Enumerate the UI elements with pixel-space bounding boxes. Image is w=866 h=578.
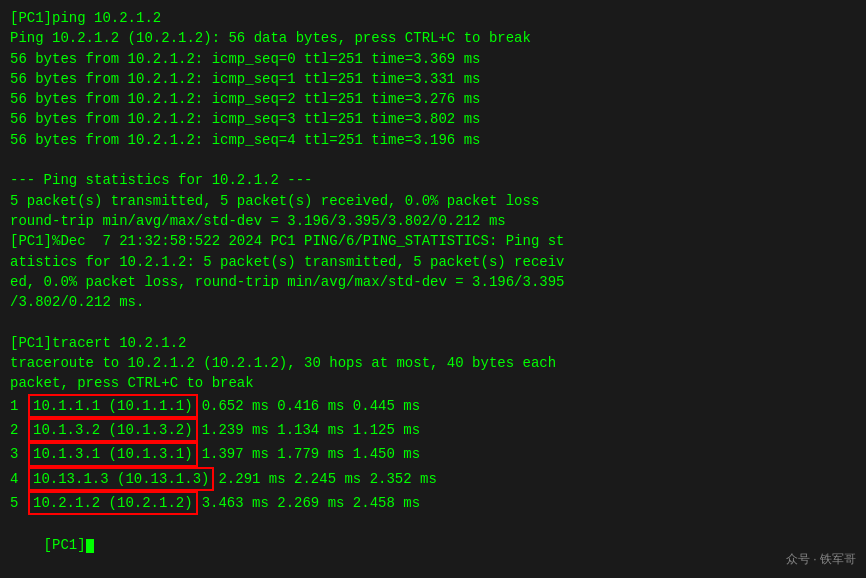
table-row: 510.2.1.2 (10.2.1.2) 3.463 ms 2.269 ms 2… bbox=[10, 491, 856, 515]
line-10: round-trip min/avg/max/std-dev = 3.196/3… bbox=[10, 211, 856, 231]
table-row: 310.1.3.1 (10.1.3.1) 1.397 ms 1.779 ms 1… bbox=[10, 442, 856, 466]
line-8: --- Ping statistics for 10.2.1.2 --- bbox=[10, 170, 856, 190]
line-blank-2 bbox=[10, 312, 856, 332]
watermark: 众号 · 铁军哥 bbox=[786, 551, 856, 568]
row-number: 5 bbox=[10, 493, 28, 513]
table-row: 110.1.1.1 (10.1.1.1) 0.652 ms 0.416 ms 0… bbox=[10, 394, 856, 418]
line-6: 56 bytes from 10.2.1.2: icmp_seq=3 ttl=2… bbox=[10, 109, 856, 129]
row-times: 1.397 ms 1.779 ms 1.450 ms bbox=[202, 444, 420, 464]
terminal: [PC1]ping 10.2.1.2 Ping 10.2.1.2 (10.2.1… bbox=[0, 0, 866, 578]
line-2: Ping 10.2.1.2 (10.2.1.2): 56 data bytes,… bbox=[10, 28, 856, 48]
prompt-text: [PC1] bbox=[44, 537, 86, 553]
line-11: [PC1]%Dec 7 21:32:58:522 2024 PC1 PING/6… bbox=[10, 231, 856, 251]
table-row: 410.13.1.3 (10.13.1.3) 2.291 ms 2.245 ms… bbox=[10, 467, 856, 491]
tracert-table: 110.1.1.1 (10.1.1.1) 0.652 ms 0.416 ms 0… bbox=[10, 394, 856, 515]
row-host: 10.2.1.2 (10.2.1.2) bbox=[28, 491, 198, 515]
terminal-output: [PC1]ping 10.2.1.2 Ping 10.2.1.2 (10.2.1… bbox=[10, 8, 856, 394]
table-row: 210.1.3.2 (10.1.3.2) 1.239 ms 1.134 ms 1… bbox=[10, 418, 856, 442]
row-number: 3 bbox=[10, 444, 28, 464]
row-times: 2.291 ms 2.245 ms 2.352 ms bbox=[218, 469, 436, 489]
line-16: traceroute to 10.2.1.2 (10.2.1.2), 30 ho… bbox=[10, 353, 856, 373]
row-times: 0.652 ms 0.416 ms 0.445 ms bbox=[202, 396, 420, 416]
line-1: [PC1]ping 10.2.1.2 bbox=[10, 8, 856, 28]
row-host: 10.1.3.1 (10.1.3.1) bbox=[28, 442, 198, 466]
line-4: 56 bytes from 10.2.1.2: icmp_seq=1 ttl=2… bbox=[10, 69, 856, 89]
line-7: 56 bytes from 10.2.1.2: icmp_seq=4 ttl=2… bbox=[10, 130, 856, 150]
line-5: 56 bytes from 10.2.1.2: icmp_seq=2 ttl=2… bbox=[10, 89, 856, 109]
line-12: atistics for 10.2.1.2: 5 packet(s) trans… bbox=[10, 252, 856, 272]
row-times: 3.463 ms 2.269 ms 2.458 ms bbox=[202, 493, 420, 513]
row-number: 4 bbox=[10, 469, 28, 489]
line-13: ed, 0.0% packet loss, round-trip min/avg… bbox=[10, 272, 856, 292]
row-host: 10.13.1.3 (10.13.1.3) bbox=[28, 467, 214, 491]
row-number: 1 bbox=[10, 396, 28, 416]
line-9: 5 packet(s) transmitted, 5 packet(s) rec… bbox=[10, 191, 856, 211]
row-number: 2 bbox=[10, 420, 28, 440]
line-14: /3.802/0.212 ms. bbox=[10, 292, 856, 312]
watermark-text: 众号 · 铁军哥 bbox=[786, 552, 856, 566]
row-host: 10.1.1.1 (10.1.1.1) bbox=[28, 394, 198, 418]
line-15: [PC1]tracert 10.2.1.2 bbox=[10, 333, 856, 353]
row-host: 10.1.3.2 (10.1.3.2) bbox=[28, 418, 198, 442]
line-3: 56 bytes from 10.2.1.2: icmp_seq=0 ttl=2… bbox=[10, 49, 856, 69]
line-17: packet, press CTRL+C to break bbox=[10, 373, 856, 393]
line-blank-1 bbox=[10, 150, 856, 170]
cursor bbox=[86, 539, 94, 553]
row-times: 1.239 ms 1.134 ms 1.125 ms bbox=[202, 420, 420, 440]
prompt-line: [PC1] bbox=[10, 515, 856, 576]
